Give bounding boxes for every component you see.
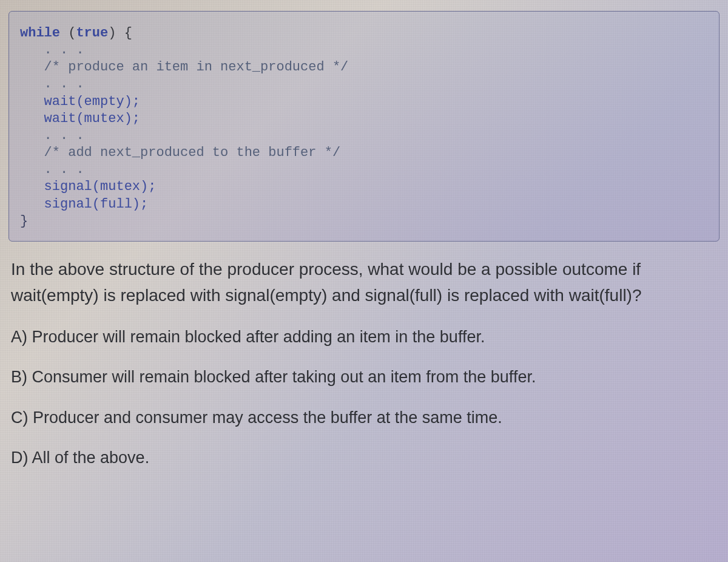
choice-a[interactable]: A) Producer will remain blocked after ad… <box>8 325 720 350</box>
question-text: In the above structure of the producer p… <box>8 256 720 309</box>
t-brace: ) { <box>108 25 132 41</box>
code-content: while (true) { . . . /* produce an item … <box>20 25 708 230</box>
stmt-signal-full: signal(full); <box>20 197 148 212</box>
kw-true: true <box>76 25 108 41</box>
stmt-wait-mutex: wait(mutex); <box>20 111 140 126</box>
stmt-wait-empty: wait(empty); <box>20 94 140 109</box>
code-block: while (true) { . . . /* produce an item … <box>8 11 720 242</box>
comment-produce: /* produce an item in next_produced */ <box>20 59 348 75</box>
dots-2: . . . <box>20 76 84 92</box>
dots-3: . . . <box>20 128 84 143</box>
t-lp: ( <box>60 25 76 41</box>
choice-c[interactable]: C) Producer and consumer may access the … <box>8 405 720 430</box>
dots-4: . . . <box>20 162 84 177</box>
kw-while: while <box>20 25 60 41</box>
choice-b[interactable]: B) Consumer will remain blocked after ta… <box>8 365 720 390</box>
choice-d[interactable]: D) All of the above. <box>8 445 720 470</box>
stmt-signal-mutex: signal(mutex); <box>20 179 156 194</box>
close-brace: } <box>20 214 28 229</box>
dots-1: . . . <box>20 42 84 58</box>
comment-add: /* add next_produced to the buffer */ <box>20 145 340 160</box>
